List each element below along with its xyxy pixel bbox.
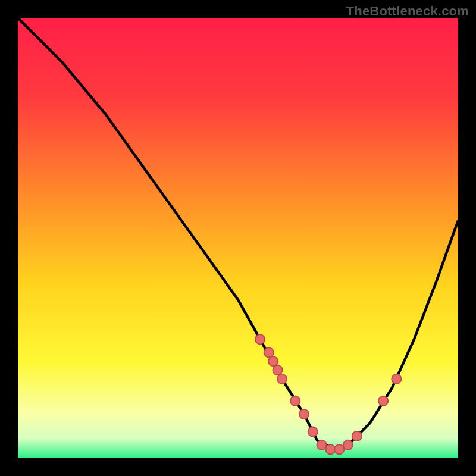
marker-point bbox=[392, 374, 401, 384]
marker-point bbox=[308, 427, 318, 436]
marker-point bbox=[268, 356, 278, 366]
plot-area bbox=[18, 18, 458, 458]
marker-point bbox=[255, 334, 265, 344]
marker-point bbox=[317, 440, 326, 450]
chart-frame: TheBottleneck.com bbox=[0, 0, 476, 476]
marker-point bbox=[264, 347, 274, 357]
marker-point bbox=[325, 444, 335, 454]
marker-point bbox=[273, 365, 282, 375]
curve-layer bbox=[18, 18, 458, 458]
marker-group bbox=[255, 334, 402, 454]
marker-point bbox=[343, 440, 353, 450]
marker-point bbox=[290, 396, 300, 406]
marker-point bbox=[378, 396, 388, 406]
marker-point bbox=[299, 409, 309, 419]
marker-point bbox=[352, 431, 362, 441]
marker-point bbox=[277, 374, 287, 384]
marker-point bbox=[334, 444, 344, 454]
bottleneck-curve bbox=[18, 18, 458, 449]
source-watermark: TheBottleneck.com bbox=[346, 4, 469, 19]
